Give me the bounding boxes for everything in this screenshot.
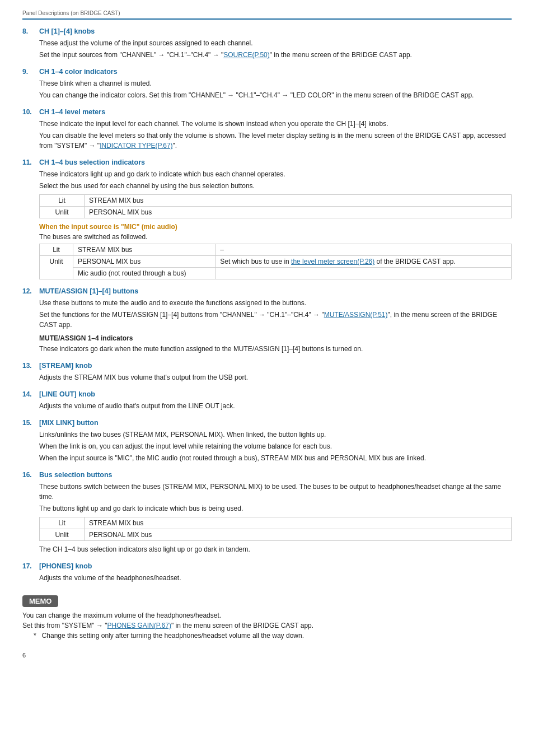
section-13-number: 13. xyxy=(22,362,39,370)
section-12: 12. MUTE/ASSIGN [1]–[4] buttons Use thes… xyxy=(22,287,512,354)
mute-assign-indicators-title: MUTE/ASSIGN 1–4 indicators xyxy=(39,334,512,342)
table-cell: STREAM MIX bus xyxy=(85,195,512,207)
section-17-p1: Adjusts the volume of the headphones/hea… xyxy=(39,573,512,583)
section-10-number: 10. xyxy=(22,108,39,116)
section-10-p1: These indicate the input level for each … xyxy=(39,119,512,129)
section-17-number: 17. xyxy=(22,562,39,570)
table-cell: PERSONAL MIX bus xyxy=(73,256,216,268)
section-8-p2: Set the input sources from "CHANNEL" → "… xyxy=(39,50,512,60)
table-cell: Lit xyxy=(40,244,73,256)
memo-label: MEMO xyxy=(29,597,51,605)
table-row: Unlit PERSONAL MIX bus xyxy=(40,207,512,218)
section-15-p3: When the input source is "MIC", the MIC … xyxy=(39,453,512,463)
section-14: 14. [LINE OUT] knob Adjusts the volume o… xyxy=(22,390,512,411)
section-9-number: 9. xyxy=(22,68,39,76)
section-8-title: CH [1]–[4] knobs xyxy=(39,27,95,35)
section-15-title: [MIX LINK] button xyxy=(39,419,99,427)
section-9: 9. CH 1–4 color indicators These blink w… xyxy=(22,68,512,100)
section-13: 13. [STREAM] knob Adjusts the STREAM MIX… xyxy=(22,362,512,382)
section-16: 16. Bus selection buttons These buttons … xyxy=(22,471,512,554)
section-8-p1: These adjust the volume of the input sou… xyxy=(39,38,512,48)
section-16-title: Bus selection buttons xyxy=(39,471,113,479)
note-star: * Change this setting only after turning… xyxy=(34,631,512,641)
section-17: 17. [PHONES] knob Adjusts the volume of … xyxy=(22,562,512,583)
memo-line1: You can change the maximum volume of the… xyxy=(22,610,512,620)
section-10-p2: You can disable the level meters so that… xyxy=(39,130,512,151)
section-15-p2: When the link is on, you can adjust the … xyxy=(39,441,512,451)
section-9-title: CH 1–4 color indicators xyxy=(39,68,118,76)
section-13-p1: Adjusts the STREAM MIX bus volume that's… xyxy=(39,372,512,382)
section-10: 10. CH 1–4 level meters These indicate t… xyxy=(22,108,512,151)
section-14-title: [LINE OUT] knob xyxy=(39,390,95,398)
section-8-number: 8. xyxy=(22,27,39,35)
buses-switched-text: The buses are switched as followed. xyxy=(39,232,512,242)
table-row: Mic audio (not routed through a bus) xyxy=(40,268,512,279)
table-cell: Lit xyxy=(40,195,85,207)
table-cell: – xyxy=(216,244,512,256)
star-symbol: * xyxy=(34,632,42,640)
section-12-title: MUTE/ASSIGN [1]–[4] buttons xyxy=(39,287,138,295)
section-12-p1: Use these buttons to mute the audio and … xyxy=(39,298,512,308)
page-container: Panel Descriptions (on BRIDGE CAST) 8. C… xyxy=(0,0,534,675)
table-cell: Unlit xyxy=(40,529,85,541)
section-11-number: 11. xyxy=(22,158,39,166)
source-link[interactable]: SOURCE(P.50) xyxy=(223,51,269,59)
section-15-p1: Links/unlinks the two buses (STREAM MIX,… xyxy=(39,430,512,440)
section-9-p1: These blink when a channel is muted. xyxy=(39,78,512,88)
section-12-p2: Set the functions for the MUTE/ASSIGN [1… xyxy=(39,310,512,330)
section-11-intro2: Select the bus used for each channel by … xyxy=(39,181,512,191)
mute-assign-link[interactable]: MUTE/ASSIGN(P.51) xyxy=(324,311,388,319)
section-11-intro: These indicators light up and go dark to… xyxy=(39,169,512,179)
section-14-number: 14. xyxy=(22,390,39,398)
table-cell: PERSONAL MIX bus xyxy=(85,207,512,218)
level-meter-screen-link[interactable]: the level meter screen(P.26) xyxy=(291,258,374,265)
top-bar: Panel Descriptions (on BRIDGE CAST) xyxy=(22,10,512,20)
table-cell: STREAM MIX bus xyxy=(73,244,216,256)
section-12-number: 12. xyxy=(22,287,39,295)
section-11-table: Lit STREAM MIX bus Unlit PERSONAL MIX bu… xyxy=(39,194,512,218)
section-16-note: The CH 1–4 bus selection indicators also… xyxy=(39,544,512,554)
section-16-table: Lit STREAM MIX bus Unlit PERSONAL MIX bu… xyxy=(39,517,512,541)
section-9-p2: You can change the indicator colors. Set… xyxy=(39,90,512,100)
memo-line2: Set this from "SYSTEM" → "PHONES GAIN(P.… xyxy=(22,620,512,631)
section-13-title: [STREAM] knob xyxy=(39,362,92,370)
when-mic-label: When the input source is "MIC" (mic audi… xyxy=(39,223,512,231)
section-16-p2: The buttons light up and go dark to indi… xyxy=(39,503,512,514)
section-15: 15. [MIX LINK] button Links/unlinks the … xyxy=(22,419,512,463)
mic-table: Lit STREAM MIX bus – Unlit PERSONAL MIX … xyxy=(39,244,512,279)
section-8: 8. CH [1]–[4] knobs These adjust the vol… xyxy=(22,27,512,60)
table-cell: Lit xyxy=(40,517,85,529)
table-row: Lit STREAM MIX bus – xyxy=(40,244,512,256)
section-16-p1: These buttons switch between the buses (… xyxy=(39,482,512,502)
section-14-p1: Adjusts the volume of audio that's outpu… xyxy=(39,401,512,411)
table-cell: Unlit xyxy=(40,207,85,218)
section-11: 11. CH 1–4 bus selection indicators Thes… xyxy=(22,158,512,279)
table-row: Lit STREAM MIX bus xyxy=(40,517,512,529)
indicator-type-link[interactable]: INDICATOR TYPE(P.67) xyxy=(100,142,172,150)
section-11-title: CH 1–4 bus selection indicators xyxy=(39,158,145,166)
table-row: Unlit PERSONAL MIX bus Set which bus to … xyxy=(40,256,512,268)
table-cell: Set which bus to use in the level meter … xyxy=(216,256,512,268)
table-row: Lit STREAM MIX bus xyxy=(40,195,512,207)
section-15-number: 15. xyxy=(22,419,39,427)
table-cell: STREAM MIX bus xyxy=(85,517,512,529)
section-17-title: [PHONES] knob xyxy=(39,562,92,570)
table-cell xyxy=(216,268,512,279)
table-row: Unlit PERSONAL MIX bus xyxy=(40,529,512,541)
table-cell: Mic audio (not routed through a bus) xyxy=(73,268,216,279)
section-10-title: CH 1–4 level meters xyxy=(39,108,105,116)
table-cell: PERSONAL MIX bus xyxy=(85,529,512,541)
memo-box: MEMO xyxy=(22,595,58,607)
page-number: 6 xyxy=(22,652,512,659)
table-cell: Unlit xyxy=(40,256,73,279)
note-star-text: Change this setting only after turning t… xyxy=(42,632,304,640)
section-16-number: 16. xyxy=(22,471,39,479)
top-bar-label: Panel Descriptions (on BRIDGE CAST) xyxy=(22,10,120,16)
phones-gain-link[interactable]: PHONES GAIN(P.67) xyxy=(107,622,171,629)
mute-assign-indicators-text: These indicators go dark when the mute f… xyxy=(39,344,512,354)
